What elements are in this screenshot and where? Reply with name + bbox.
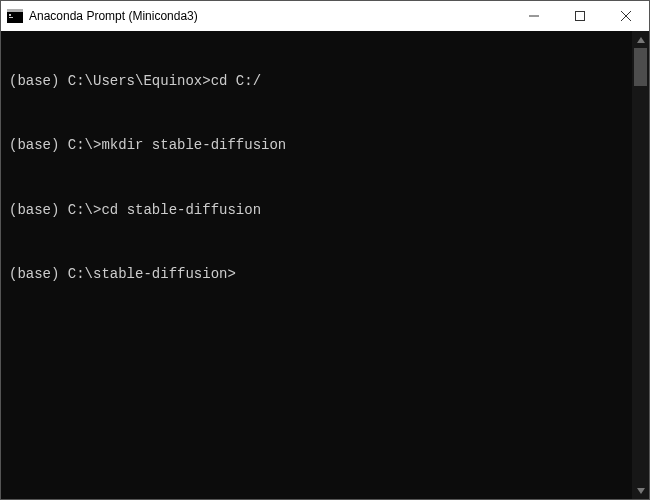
scrollbar-thumb[interactable] (634, 48, 647, 86)
prompt: (base) C:\stable-diffusion> (9, 266, 236, 282)
svg-marker-9 (637, 488, 645, 494)
window-controls (511, 1, 649, 31)
terminal-line: (base) C:\>mkdir stable-diffusion (9, 137, 624, 153)
command: cd C:/ (211, 73, 261, 89)
terminal-line: (base) C:\Users\Equinox>cd C:/ (9, 73, 624, 89)
svg-rect-1 (7, 9, 23, 12)
prompt: (base) C:\> (9, 137, 101, 153)
client-area: (base) C:\Users\Equinox>cd C:/ (base) C:… (1, 31, 649, 499)
prompt: (base) C:\> (9, 202, 101, 218)
terminal[interactable]: (base) C:\Users\Equinox>cd C:/ (base) C:… (1, 31, 632, 499)
app-icon (7, 8, 23, 24)
window: Anaconda Prompt (Miniconda3) (base) C:\U… (0, 0, 650, 500)
minimize-button[interactable] (511, 1, 557, 31)
svg-rect-2 (9, 14, 11, 16)
scroll-up-icon[interactable] (632, 31, 649, 48)
terminal-line: (base) C:\>cd stable-diffusion (9, 202, 624, 218)
svg-marker-8 (637, 37, 645, 43)
terminal-line: (base) C:\stable-diffusion> (9, 266, 624, 282)
close-button[interactable] (603, 1, 649, 31)
scroll-down-icon[interactable] (632, 482, 649, 499)
scrollbar[interactable] (632, 31, 649, 499)
command: mkdir stable-diffusion (101, 137, 286, 153)
svg-rect-5 (576, 12, 585, 21)
scrollbar-track[interactable] (632, 48, 649, 482)
prompt: (base) C:\Users\Equinox> (9, 73, 211, 89)
titlebar[interactable]: Anaconda Prompt (Miniconda3) (1, 1, 649, 31)
command: cd stable-diffusion (101, 202, 261, 218)
svg-rect-3 (9, 17, 13, 18)
window-title: Anaconda Prompt (Miniconda3) (29, 9, 198, 23)
maximize-button[interactable] (557, 1, 603, 31)
